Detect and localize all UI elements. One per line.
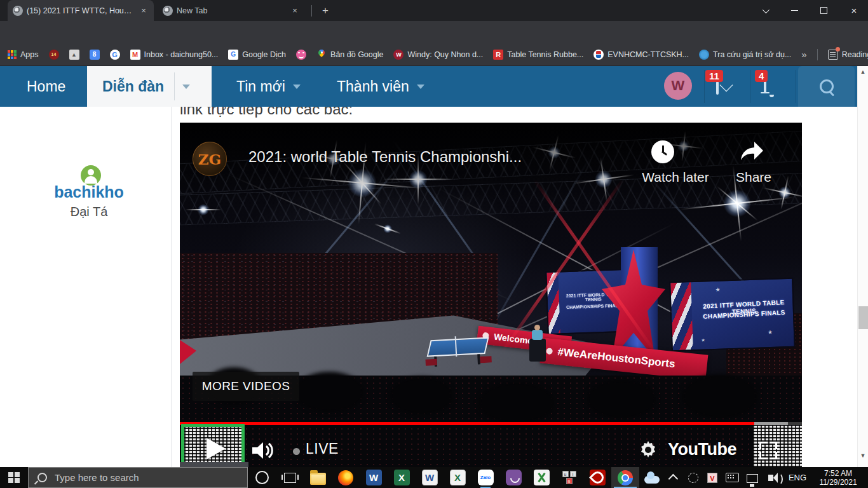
- channel-avatar[interactable]: ZG: [193, 142, 227, 176]
- language-indicator[interactable]: ENG: [785, 467, 810, 488]
- calendar-14-icon: 14: [49, 50, 59, 60]
- excel-button[interactable]: X: [388, 467, 416, 488]
- unikey-button[interactable]: uin: [555, 467, 583, 488]
- scroll-down-icon[interactable]: ▼: [858, 452, 868, 459]
- revspin-icon: R: [493, 50, 503, 60]
- window-chevron-button[interactable]: [752, 0, 778, 21]
- watch-later-icon[interactable]: [651, 140, 674, 163]
- tab-divider: [311, 5, 312, 17]
- bookmarks-overflow-chevron[interactable]: »: [801, 49, 806, 60]
- excel-legacy-button[interactable]: X: [444, 467, 471, 488]
- tab-close-icon[interactable]: ×: [139, 6, 149, 16]
- vietkey-tray-icon[interactable]: V: [703, 467, 722, 488]
- browser-tab-new-tab[interactable]: New Tab ×: [158, 0, 305, 21]
- cortana-button[interactable]: [248, 467, 276, 488]
- inbox-envelope-icon[interactable]: [716, 83, 719, 94]
- bookmark-item-maps[interactable]: Bản đồ Google: [316, 50, 383, 60]
- cloud-icon: [644, 476, 660, 484]
- new-tab-button[interactable]: +: [316, 2, 334, 20]
- windows-logo-icon: [8, 472, 20, 484]
- nav-separator: [750, 70, 750, 103]
- word-button[interactable]: W: [360, 467, 388, 488]
- browser-toolbar: ← → Not secure bongban.org /threads/2021…: [0, 21, 868, 43]
- bookmark-item-rubber[interactable]: R Table Tennis Rubbe...: [493, 50, 583, 60]
- forum-nav-bar: Home Diễn đàn Tin mới Thành viên: [0, 66, 857, 107]
- green-asterisk-icon: [534, 470, 550, 485]
- progress-bar[interactable]: [180, 422, 802, 425]
- watch-later-label[interactable]: Watch later: [625, 170, 726, 185]
- touch-keyboard-button[interactable]: [722, 467, 742, 488]
- crowd-silhouettes: [294, 372, 364, 412]
- gmail-icon: M: [130, 50, 140, 60]
- viber-icon: [506, 470, 522, 485]
- start-button[interactable]: [0, 467, 28, 488]
- excel-icon: X: [394, 470, 410, 485]
- file-explorer-button[interactable]: [304, 467, 332, 488]
- volume-tray-button[interactable]: [763, 467, 785, 488]
- word-legacy-button[interactable]: W: [416, 467, 444, 488]
- reading-list-button[interactable]: Reading list: [828, 50, 868, 60]
- onedrive-tray-icon[interactable]: [639, 467, 665, 488]
- nav-item-members[interactable]: Thành viên: [337, 66, 424, 107]
- taskbar-search-box[interactable]: [28, 467, 248, 488]
- bookmark-item-inbox[interactable]: M Inbox - daichung50...: [130, 50, 219, 60]
- bookmark-item[interactable]: 14: [49, 50, 59, 60]
- bookmark-item[interactable]: G: [110, 50, 120, 60]
- acrobat-button[interactable]: [583, 467, 611, 488]
- browser-tab-active[interactable]: (15) 2021 ITTF WTTC, Houston (2 ×: [8, 0, 154, 21]
- post-author-name[interactable]: bachikho: [0, 183, 178, 201]
- page-scrollbar[interactable]: ▲ ▼: [857, 66, 868, 467]
- user-avatar-button[interactable]: W: [664, 72, 692, 100]
- bookmark-item[interactable]: [296, 50, 306, 60]
- window-maximize-button[interactable]: [811, 0, 836, 21]
- play-button[interactable]: [207, 438, 226, 459]
- minimize-icon: [791, 10, 798, 11]
- evn-icon: [593, 50, 604, 60]
- bookmark-item[interactable]: 8: [90, 50, 100, 60]
- bookmark-item-translate[interactable]: G Google Dịch: [228, 50, 286, 60]
- volume-icon[interactable]: [251, 440, 276, 461]
- chrome-button-active[interactable]: [611, 467, 639, 488]
- fullscreen-icon[interactable]: [759, 442, 777, 459]
- taskbar-clock[interactable]: 7:52 AM 11/29/2021: [810, 467, 867, 488]
- window-minimize-button[interactable]: [782, 0, 807, 21]
- nav-item-forum-active[interactable]: Diễn đàn: [87, 66, 212, 107]
- bookmark-item-evn[interactable]: EVNHCMC-TTCSKH...: [593, 50, 689, 60]
- alerts-bell-icon[interactable]: [764, 81, 766, 93]
- tray-overflow-chevron[interactable]: [665, 467, 684, 488]
- site-search-button[interactable]: [798, 66, 855, 107]
- share-icon[interactable]: [739, 139, 764, 162]
- youtube-embedded-player[interactable]: 2021 ITTF WORLD TABLE TENNIS CHAMPIONSHI…: [180, 123, 802, 467]
- firefox-button[interactable]: [332, 467, 360, 488]
- tab-close-icon[interactable]: ×: [290, 6, 300, 16]
- share-label[interactable]: Share: [719, 170, 789, 185]
- bookmark-item-windy[interactable]: W Windy: Quy Nhon d...: [393, 50, 483, 60]
- more-videos-button[interactable]: MORE VIDEOS: [193, 372, 299, 401]
- scrollbar-thumb[interactable]: [858, 306, 868, 329]
- bookmark-item[interactable]: ▲: [69, 50, 79, 60]
- translate-icon: G: [228, 50, 238, 60]
- bookmark-item-vss[interactable]: Tra cứu giá trị sử dụ...: [699, 50, 791, 60]
- nav-item-home[interactable]: Home: [27, 66, 65, 107]
- viber-button[interactable]: [499, 467, 527, 488]
- tray-tablet-icon[interactable]: [684, 467, 703, 488]
- alert-count-badge: 4: [755, 70, 768, 82]
- zalo-button[interactable]: Zalo: [471, 467, 499, 488]
- umpire-figure: [528, 325, 547, 362]
- window-close-button[interactable]: ×: [841, 0, 867, 21]
- post-author-panel: [0, 107, 172, 467]
- mstar-app-button[interactable]: [527, 467, 555, 488]
- windows-taskbar: W X W X Zalo uin V ENG 7:52 AM 11/29/202…: [0, 467, 868, 488]
- chevron-down-icon[interactable]: [182, 85, 190, 89]
- scroll-up-icon[interactable]: ▲: [858, 69, 868, 75]
- apps-shortcut[interactable]: Apps: [8, 50, 39, 59]
- task-view-button[interactable]: [276, 467, 304, 488]
- nav-item-whats-new[interactable]: Tin mới: [236, 66, 301, 107]
- word-icon: W: [366, 470, 382, 485]
- video-title-link[interactable]: 2021: world Table Tennis Championshi...: [248, 148, 642, 166]
- taskbar-search-input[interactable]: [53, 471, 227, 484]
- nav-separator: [704, 70, 705, 103]
- network-tray-button[interactable]: [742, 467, 763, 488]
- settings-gear-icon[interactable]: [639, 440, 659, 461]
- youtube-logo[interactable]: YouTube: [668, 440, 736, 459]
